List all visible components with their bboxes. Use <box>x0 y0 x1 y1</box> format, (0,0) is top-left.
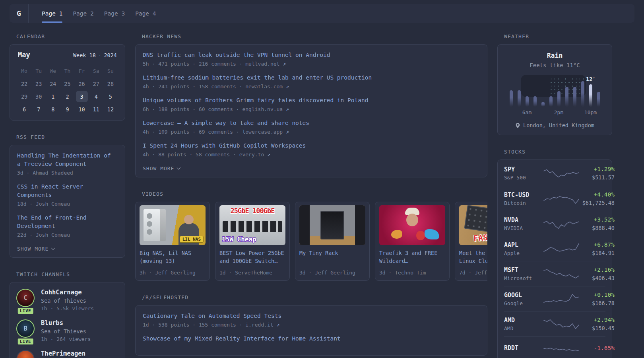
videos-section-label: VIDEOS <box>142 191 487 197</box>
rss-item: Handling The Indentation of a Treeview C… <box>17 152 118 176</box>
external-link-icon[interactable]: ↗ <box>286 129 289 135</box>
hn-item-title[interactable]: DNS traffic can leak outside the VPN tun… <box>143 51 480 59</box>
stock-row-aapl[interactable]: AAPLApple +6.87%$184.91 <box>504 236 605 261</box>
channel-name: Blurbs <box>41 319 91 327</box>
video-thumbnail[interactable]: 25GbE 100GbE 15W Cheap <box>219 205 285 245</box>
reddit-widget: /R/SELFHOSTED Cautionary Tale on Automat… <box>135 294 487 356</box>
channel-name: CohhCarnage <box>41 289 94 296</box>
calendar-day: 4 <box>89 90 103 103</box>
video-thumbnail[interactable]: FAS <box>459 205 487 245</box>
twitch-channel-cohhcarnage[interactable]: C LIVE CohhCarnage Sea of Thieves 1h · 5… <box>16 289 118 311</box>
calendar-day: 3 <box>75 90 89 103</box>
video-title[interactable]: BEST Low Power 25GbE and 100GbE Switch… <box>219 249 285 265</box>
weather-bar: 12° <box>587 76 595 107</box>
fan-graphic <box>147 213 152 219</box>
thumb-text-top: 25GbE 100GbE <box>219 207 285 215</box>
app-logo[interactable]: G <box>10 4 29 23</box>
video-thumbnail[interactable] <box>299 205 365 245</box>
twitch-channel-theprimeagen[interactable]: ThePrimeagen <box>16 350 118 358</box>
hn-meta-text: 4h · 109 points · 69 comments · lowercas… <box>143 129 283 135</box>
video-card-linux[interactable]: FAS Meet the Linux Clu 7d · Jeff <box>455 202 487 281</box>
avatar: C LIVE <box>16 289 35 311</box>
weather-bar <box>547 76 555 107</box>
page-tabs: Page 1 Page 2 Page 3 Page 4 <box>37 4 161 23</box>
video-card-traefik[interactable]: Traefik 3 and FREE Wildcard… 3d · Techno… <box>375 202 450 281</box>
rss-item-title[interactable]: The End of Front-End Development <box>17 214 118 230</box>
stock-row-btc-usd[interactable]: BTC-USDBitcoin +4.40%$61,725.48 <box>504 186 605 211</box>
external-link-icon[interactable]: ↗ <box>267 152 270 158</box>
stock-row-nvda[interactable]: NVDANVIDIA +3.52%$888.40 <box>504 211 605 236</box>
weather-bar <box>555 76 563 107</box>
hn-item-title[interactable]: Lithium-free sodium batteries exit the l… <box>143 74 480 82</box>
channel-game: Sea of Thieves <box>41 328 91 335</box>
stock-price: $61,725.48 <box>580 200 615 206</box>
reddit-item-title[interactable]: Showcase of my Mixed Reality Interface f… <box>143 335 480 343</box>
video-title[interactable]: Meet the Linux Clu <box>459 249 487 265</box>
weather-bar <box>523 76 531 107</box>
hn-item-meta: 4h · 88 points · 58 comments · every.to … <box>143 152 480 158</box>
top-nav: G Page 1 Page 2 Page 3 Page 4 <box>10 4 634 23</box>
calendar-weekday: Fr <box>75 65 89 77</box>
external-link-icon[interactable]: ↗ <box>283 61 286 67</box>
video-thumbnail[interactable]: LIL NAS <box>140 205 206 245</box>
stock-price: $406.43 <box>580 275 615 281</box>
stock-row-googl[interactable]: GOOGLGoogle +0.10%$166.78 <box>504 286 605 311</box>
rss-item-meta: 18d · Josh Comeau <box>17 201 118 207</box>
video-meta: 3h · Jeff Geerling <box>140 270 206 276</box>
hn-item-title[interactable]: Unique volumes of Brothers Grimm fairy t… <box>143 96 480 105</box>
stocks-widget: STOCKS SPYS&P 500 +1.29%$511.57 BTC-USDB… <box>497 149 612 358</box>
stock-price: $184.91 <box>580 250 615 256</box>
video-card-big-nas[interactable]: LIL NAS Big NAS, Lil NAS (moving 13) 3h … <box>135 202 210 281</box>
stock-name: Google <box>504 300 543 306</box>
stock-row-rddt[interactable]: RDDT -1.65% <box>504 336 605 358</box>
hn-show-more-button[interactable]: SHOW MORE <box>143 165 480 171</box>
rss-item-title[interactable]: Handling The Indentation of a Treeview C… <box>17 152 118 168</box>
docker-whale-graphic <box>425 229 439 239</box>
calendar-day: 8 <box>46 103 60 115</box>
stock-row-amd[interactable]: AMDAMD +2.94%$150.45 <box>504 311 605 336</box>
rss-show-more-button[interactable]: SHOW MORE <box>17 246 118 252</box>
calendar-day: 12 <box>103 103 118 115</box>
calendar-day: 28 <box>103 78 118 90</box>
hn-item-meta: 6h · 188 points · 60 comments · english.… <box>143 106 480 112</box>
tab-page-4[interactable]: Page 4 <box>130 4 161 23</box>
reddit-item-title[interactable]: Cautionary Tale on Automated Speed Tests <box>143 312 480 320</box>
hn-item-title[interactable]: Lowercase – A simple way to take and sha… <box>143 119 480 127</box>
video-title[interactable]: My Tiny Rack <box>299 249 365 265</box>
calendar-week-year: Week 18 · 2024 <box>73 52 117 58</box>
rss-section-label: RSS FEED <box>16 134 125 140</box>
external-link-icon[interactable]: ↗ <box>277 322 280 328</box>
avatar-image: B <box>16 319 35 338</box>
stock-row-msft[interactable]: MSFTMicrosoft +2.16%$406.43 <box>504 261 605 286</box>
show-more-label: SHOW MORE <box>17 246 48 252</box>
stock-name: Bitcoin <box>504 200 543 206</box>
rss-item-meta: 3d · Ahmad Shadeed <box>17 170 118 176</box>
stock-row-spy[interactable]: SPYS&P 500 +1.29%$511.57 <box>504 161 605 186</box>
video-card-25gbe-switch[interactable]: 25GbE 100GbE 15W Cheap BEST Low Power 25… <box>215 202 290 281</box>
stock-change: +0.10% <box>580 292 615 298</box>
video-card-my-tiny-rack[interactable]: My Tiny Rack 3d · Jeff Geerling <box>295 202 370 281</box>
tab-page-1[interactable]: Page 1 <box>37 4 68 23</box>
external-link-icon[interactable]: ↗ <box>286 84 289 90</box>
calendar-day: 6 <box>17 103 31 115</box>
weather-section-label: WEATHER <box>504 33 612 39</box>
tab-label: Page 4 <box>135 10 156 17</box>
reddit-section-label: /R/SELFHOSTED <box>142 294 487 300</box>
twitch-channel-blurbs[interactable]: B LIVE Blurbs Sea of Thieves 1h · 264 vi… <box>16 319 118 342</box>
motherboard-graphic <box>464 205 487 236</box>
weather-bar <box>515 76 523 107</box>
hn-item-title[interactable]: I Spent 24 Hours with GitHub Copilot Wor… <box>143 142 480 150</box>
video-title[interactable]: Traefik 3 and FREE Wildcard… <box>379 249 445 265</box>
stock-name: Microsoft <box>504 275 543 281</box>
stock-change: +4.40% <box>580 191 615 198</box>
external-link-icon[interactable]: ↗ <box>286 106 289 112</box>
avatar-image <box>16 350 35 358</box>
hn-meta-text: 6h · 188 points · 60 comments · english.… <box>143 106 283 112</box>
tab-page-3[interactable]: Page 3 <box>99 4 130 23</box>
video-title[interactable]: Big NAS, Lil NAS (moving 13) <box>140 249 206 265</box>
video-thumbnail[interactable] <box>379 205 445 245</box>
rss-item-title[interactable]: CSS in React Server Components <box>17 183 118 199</box>
tab-page-2[interactable]: Page 2 <box>68 4 99 23</box>
hn-meta-text: 4h · 88 points · 58 comments · every.to <box>143 152 264 158</box>
stock-change: +3.52% <box>580 216 615 223</box>
